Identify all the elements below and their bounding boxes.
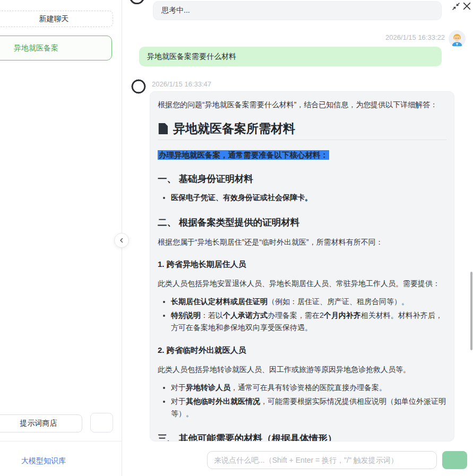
- message-input[interactable]: [207, 451, 437, 469]
- md-bullet-item: 特别说明：若以个人承诺方式办理备案，需在2个月内补齐相关材料。材料补齐后，方可在…: [171, 309, 446, 334]
- send-button[interactable]: [442, 451, 467, 469]
- bold-text: 其他临时外出就医情况: [186, 397, 260, 405]
- assistant-avatar-partial: [128, 0, 145, 5]
- md-paragraph: 根据您属于“异地长期居住”还是“临时外出就医”，所需材料有所不同：: [158, 236, 446, 248]
- chat-item-label: 异地就医备案: [14, 44, 58, 53]
- bold-text: 办理异地就医备案，通常需要准备以下核心材料：: [159, 151, 328, 159]
- text: （例如：居住证、房产证、租房合同等）。: [268, 297, 409, 306]
- prompt-store-label: 提示词商店: [20, 419, 57, 428]
- chevron-left-icon: [118, 237, 125, 244]
- minimize-window-button[interactable]: [452, 2, 460, 13]
- user-message-bubble: 异地就医备案需要什么材料: [139, 47, 442, 66]
- assistant-avatar: [131, 79, 147, 94]
- person-avatar-icon: [449, 30, 466, 47]
- user-message-timestamp: 2026/1/15 16:33:22: [297, 33, 445, 41]
- md-bullet-list: 长期居住认定材料或居住证明（例如：居住证、房产证、租房合同等）。特别说明：若以个…: [158, 296, 446, 334]
- sidebar-item-chat-selected[interactable]: 异地就医备案: [0, 36, 112, 60]
- document-icon: [158, 123, 168, 134]
- text: 根据您的问题“异地就医备案需要什么材料”，结合已知信息，为您提供以下详细解答：: [158, 100, 437, 109]
- text: 对于: [171, 383, 186, 392]
- text: 此类人员包括异地安置退休人员、异地长期居住人员、常驻异地工作人员。需要提供：: [158, 279, 440, 288]
- openai-knot-icon: [131, 79, 147, 94]
- bold-text: 异地转诊人员: [186, 383, 230, 392]
- text: 异地就医备案所需材料: [173, 120, 295, 136]
- md-bullet-item: 医保电子凭证、有效身份证或社会保障卡。: [171, 192, 446, 204]
- md-highlighted-paragraph: 办理异地就医备案，通常需要准备以下核心材料：: [158, 150, 446, 160]
- user-message-text: 异地就医备案需要什么材料: [147, 52, 236, 62]
- md-paragraph: 根据您的问题“异地就医备案需要什么材料”，结合已知信息，为您提供以下详细解答：: [158, 99, 446, 110]
- assistant-message-bubble: 根据您的问题“异地就医备案需要什么材料”，结合已知信息，为您提供以下详细解答： …: [150, 91, 454, 442]
- close-window-button[interactable]: [462, 2, 471, 13]
- md-heading-3: 1. 跨省异地长期居住人员: [158, 258, 446, 270]
- app-window: 新建聊天 异地就医备案 提示词商店 大模型知识库: [0, 0, 473, 476]
- sidebar: 新建聊天 异地就医备案 提示词商店 大模型知识库: [0, 0, 122, 476]
- md-bullet-item: 长期居住认定材料或居住证明（例如：居住证、房产证、租房合同等）。: [171, 296, 446, 308]
- thinking-bubble: 思考中...: [153, 1, 442, 20]
- text: 二、 根据备案类型提供的证明材料: [158, 217, 299, 228]
- sidebar-action-button[interactable]: [90, 413, 113, 432]
- md-heading-3: 2. 跨省临时外出就医人员: [158, 344, 446, 356]
- new-chat-label: 新建聊天: [39, 14, 69, 24]
- bold-text: 特别说明: [171, 311, 201, 319]
- highlight-selection: 办理异地就医备案，通常需要准备以下核心材料：: [158, 150, 329, 160]
- md-bullet-list: 对于异地转诊人员，通常可在具有转诊资格的医院直接办理备案。对于其他临时外出就医情…: [158, 382, 446, 420]
- text: 此类人员包括异地转诊就医人员、因工作或旅游等原因异地急诊抢救人员等。: [158, 365, 410, 374]
- md-bullet-item: 对于异地转诊人员，通常可在具有转诊资格的医院直接办理备案。: [171, 382, 446, 394]
- assistant-message-timestamp: 2026/1/15 16:33:47: [152, 80, 211, 88]
- user-avatar: [449, 30, 466, 47]
- text: 办理备案，需在2: [268, 311, 324, 319]
- text: 对于: [171, 397, 186, 405]
- md-heading-2: 三、 其他可能需要的材料（根据具体情形）: [158, 432, 446, 442]
- md-heading-1: 异地就医备案所需材料: [158, 120, 446, 140]
- text: 一、 基础身份证明材料: [158, 174, 253, 184]
- collapse-arrows-icon: [452, 2, 460, 11]
- md-paragraph: 此类人员包括异地安置退休人员、异地长期居住人员、常驻异地工作人员。需要提供：: [158, 278, 446, 289]
- md-bullet-item: 对于其他临时外出就医情况，可能需要根据实际情况提供相应说明（如单位外派证明等）。: [171, 395, 446, 420]
- md-paragraph: 此类人员包括异地转诊就医人员、因工作或旅游等原因异地急诊抢救人员等。: [158, 364, 446, 375]
- bold-text: 个人承诺方式: [223, 311, 268, 319]
- text: ：若以: [201, 311, 223, 319]
- new-chat-button[interactable]: 新建聊天: [0, 11, 113, 27]
- sidebar-collapse-button[interactable]: [114, 233, 129, 248]
- bold-text: 长期居住认定材料或居住证明: [171, 297, 268, 306]
- text: 根据您属于“异地长期居住”还是“临时外出就医”，所需材料有所不同：: [158, 238, 383, 246]
- md-heading-2: 一、 基础身份证明材料: [158, 172, 446, 185]
- text: 三、 其他可能需要的材料（根据具体情形）: [158, 433, 337, 442]
- prompt-store-button[interactable]: 提示词商店: [0, 414, 82, 432]
- close-x-icon: [462, 2, 471, 11]
- bold-text: 个月内补齐: [324, 311, 361, 319]
- openai-knot-icon: [128, 0, 145, 5]
- text: 1. 跨省异地长期居住人员: [158, 259, 246, 269]
- sidebar-divider: [0, 441, 122, 442]
- bold-text: 医保电子凭证、有效身份证或社会保障卡。: [171, 193, 312, 202]
- md-heading-2: 二、 根据备案类型提供的证明材料: [158, 216, 446, 229]
- text: 2. 跨省临时外出就医人员: [158, 345, 246, 354]
- md-bullet-list: 医保电子凭证、有效身份证或社会保障卡。: [158, 192, 446, 204]
- chat-scrollbar-thumb[interactable]: [470, 272, 472, 350]
- text: ，通常可在具有转诊资格的医院直接办理备案。: [230, 383, 386, 392]
- thinking-label: 思考中...: [161, 6, 190, 15]
- knowledge-base-link[interactable]: 大模型知识库: [0, 456, 87, 466]
